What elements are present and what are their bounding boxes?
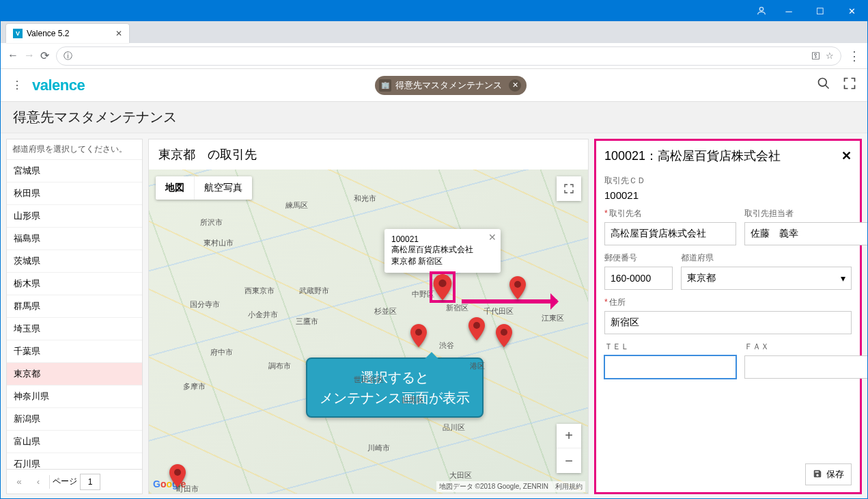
- map-canvas[interactable]: 地図 航空写真 + − Google 地図データ ©2018 Google, Z…: [149, 170, 588, 494]
- browser-tab[interactable]: V Valence 5.2 ✕: [6, 24, 129, 43]
- info-window-close-icon[interactable]: ✕: [488, 232, 496, 243]
- input-contact[interactable]: [744, 222, 868, 245]
- map-type-map[interactable]: 地図: [156, 176, 195, 200]
- pager-prev-button[interactable]: ‹: [30, 474, 46, 490]
- input-zip[interactable]: [604, 267, 673, 290]
- tab-close-icon[interactable]: ✕: [115, 29, 122, 38]
- map-place-label: 三鷹市: [296, 316, 318, 327]
- chip-label: 得意先マスタメンテナンス: [395, 79, 502, 92]
- sidebar-item[interactable]: 石川県: [7, 453, 142, 469]
- sidebar-item[interactable]: 福島県: [7, 228, 142, 250]
- label-code: 取引先ＣＤ: [604, 175, 852, 187]
- map-place-label: 西東京市: [244, 286, 275, 296]
- svg-point-7: [514, 281, 521, 288]
- map-panel-title: 東京都 の取引先: [149, 139, 588, 170]
- value-code: 100021: [604, 189, 852, 201]
- map-fullscreen-button[interactable]: [557, 176, 581, 201]
- sidebar-item[interactable]: 埼玉県: [7, 318, 142, 340]
- map-pin[interactable]: [410, 324, 427, 347]
- detail-title: 100021：高松屋百貨店株式会社: [604, 148, 781, 164]
- sidebar-item[interactable]: 東京都: [7, 363, 142, 386]
- input-tel[interactable]: [604, 355, 736, 379]
- map-pin[interactable]: [509, 276, 526, 299]
- svg-point-4: [415, 329, 422, 336]
- star-icon[interactable]: ☆: [826, 51, 834, 61]
- sidebar-item[interactable]: 栃木県: [7, 273, 142, 295]
- chip-close-icon[interactable]: ✕: [509, 79, 521, 92]
- info-name: 高松屋百貨店株式会社: [391, 244, 481, 256]
- map-attribution: 地図データ ©2018 Google, ZENRIN 利用規約: [436, 481, 585, 492]
- reload-button[interactable]: ⟳: [40, 49, 49, 62]
- page-title: 得意先マスタメンテナンス: [1, 102, 867, 133]
- app-menu-button[interactable]: ⋮: [12, 79, 23, 92]
- detail-close-button[interactable]: ✕: [841, 148, 852, 163]
- pager-first-button[interactable]: «: [11, 474, 27, 490]
- map-place-label: 府中市: [210, 347, 233, 358]
- sidebar-item[interactable]: 群馬県: [7, 295, 142, 318]
- breadcrumb-chip[interactable]: 🏢 得意先マスタメンテナンス ✕: [375, 76, 527, 95]
- map-place-label: 国分寺市: [190, 299, 220, 310]
- sidebar-item[interactable]: 新潟県: [7, 408, 142, 431]
- map-place-label: 品川区: [443, 422, 465, 433]
- sidebar-item[interactable]: 宮城県: [7, 160, 142, 183]
- label-zip: 郵便番号: [604, 252, 673, 264]
- input-fax[interactable]: [744, 355, 868, 379]
- key-icon[interactable]: ⚿: [811, 51, 820, 61]
- browser-menu-button[interactable]: ⋮: [848, 49, 860, 64]
- sidebar-hint: 都道府県を選択してください。: [7, 139, 142, 160]
- label-tel: ＴＥＬ: [604, 341, 736, 353]
- pager-page-input[interactable]: [80, 474, 100, 490]
- browser-address-bar: ← → ⟳ ⓘ ⚿ ☆ ⋮: [1, 43, 867, 69]
- map-pin[interactable]: [430, 271, 456, 303]
- minimize-button[interactable]: ─: [773, 1, 804, 21]
- app-header: ⋮ valence 🏢 得意先マスタメンテナンス ✕: [1, 69, 867, 102]
- map-pin[interactable]: [468, 317, 485, 340]
- save-button[interactable]: 保存: [805, 463, 852, 485]
- svg-point-3: [438, 280, 446, 287]
- svg-line-2: [826, 85, 829, 89]
- map-pin[interactable]: [496, 324, 512, 347]
- sidebar-item[interactable]: 富山県: [7, 431, 142, 453]
- callout-line1: 選択すると: [320, 367, 470, 388]
- forward-button[interactable]: →: [24, 49, 35, 62]
- svg-point-5: [473, 322, 480, 329]
- map-place-label: 武蔵野市: [299, 286, 329, 296]
- input-name[interactable]: [604, 222, 736, 245]
- building-icon: 🏢: [379, 79, 391, 92]
- map-type-satellite[interactable]: 航空写真: [195, 176, 252, 200]
- sidebar-item[interactable]: 茨城県: [7, 250, 142, 273]
- map-pin[interactable]: [169, 464, 186, 487]
- map-zoom-control: + −: [557, 424, 581, 473]
- input-addr[interactable]: [604, 311, 852, 334]
- maximize-button[interactable]: ☐: [804, 1, 836, 21]
- close-window-button[interactable]: ✕: [836, 1, 867, 21]
- user-icon[interactable]: [750, 5, 773, 16]
- svg-point-0: [759, 8, 763, 11]
- sidebar-item[interactable]: 神奈川県: [7, 386, 142, 408]
- main-layout: 都道府県を選択してください。 宮城県秋田県山形県福島県茨城県栃木県群馬県埼玉県千…: [1, 133, 867, 499]
- zoom-in-button[interactable]: +: [557, 424, 581, 448]
- map-type-control: 地図 航空写真: [156, 176, 252, 200]
- detail-panel: 100021：高松屋百貨店株式会社 ✕ 取引先ＣＤ 100021 *取引先名 取…: [594, 139, 862, 494]
- sidebar-item[interactable]: 山形県: [7, 205, 142, 228]
- map-place-label: 調布市: [268, 361, 291, 371]
- map-info-window: ✕ 100021 高松屋百貨店株式会社 東京都 新宿区: [384, 229, 501, 273]
- svg-point-1: [819, 79, 827, 87]
- label-name: *取引先名: [604, 208, 736, 219]
- pager-label: ページ: [53, 476, 77, 487]
- annotation-callout: 選択すると メンテナンス画面が表示: [306, 358, 484, 418]
- map-place-label: 所沢市: [200, 217, 223, 228]
- back-button[interactable]: ←: [8, 49, 18, 62]
- label-addr: *住所: [604, 297, 852, 308]
- prefecture-list[interactable]: 宮城県秋田県山形県福島県茨城県栃木県群馬県埼玉県千葉県東京都神奈川県新潟県富山県…: [7, 160, 142, 469]
- select-pref[interactable]: 東京都▾: [681, 267, 852, 290]
- svg-point-8: [174, 469, 181, 476]
- prefecture-sidebar: 都道府県を選択してください。 宮城県秋田県山形県福島県茨城県栃木県群馬県埼玉県千…: [6, 139, 143, 494]
- url-input[interactable]: ⓘ ⚿ ☆: [56, 46, 841, 66]
- search-icon[interactable]: [817, 77, 830, 94]
- fullscreen-icon[interactable]: [843, 77, 856, 94]
- zoom-out-button[interactable]: −: [557, 448, 581, 473]
- sidebar-item[interactable]: 秋田県: [7, 183, 142, 205]
- map-place-label: 杉並区: [374, 306, 397, 316]
- sidebar-item[interactable]: 千葉県: [7, 340, 142, 363]
